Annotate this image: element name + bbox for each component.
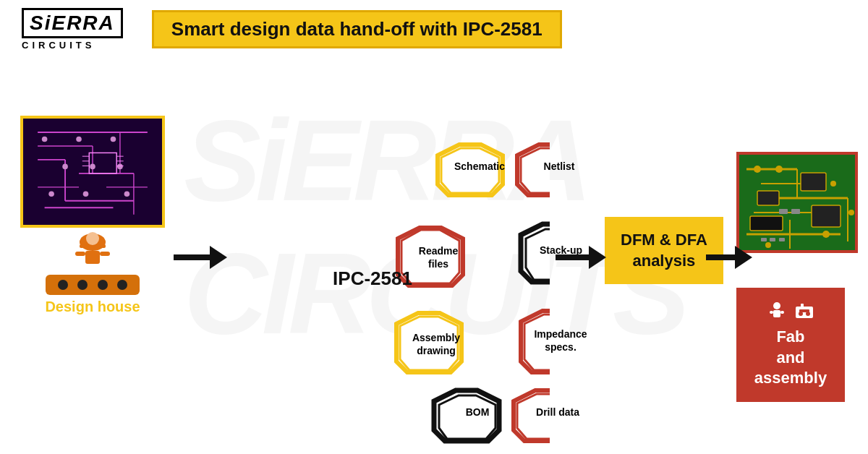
svg-point-21	[124, 192, 130, 197]
logo-sierra: SiERRA	[22, 8, 123, 38]
ipc-label: IPC-2581	[333, 267, 412, 290]
svg-rect-33	[75, 252, 85, 256]
design-house-bottom: Design house	[45, 231, 140, 315]
fab-assembly-box: Fabandassembly	[736, 288, 845, 402]
svg-point-15	[111, 137, 116, 142]
drill-label: Drill data	[525, 406, 590, 418]
schematic-label: Schematic	[447, 160, 512, 172]
svg-point-13	[42, 137, 48, 142]
pcb-photo	[736, 152, 858, 253]
netlist-label: Netlist	[527, 160, 592, 172]
fab-worker-icon	[766, 301, 788, 322]
svg-point-14	[76, 137, 82, 142]
assembly-label: Assemblydrawing	[404, 331, 469, 357]
design-house-section: Design house	[13, 116, 172, 315]
page-title: Smart design data hand-off with IPC-2581	[152, 10, 562, 48]
conveyor-dot	[117, 280, 127, 290]
svg-point-20	[83, 192, 89, 197]
svg-rect-69	[801, 173, 826, 191]
worker-icon	[64, 231, 122, 275]
svg-point-51	[773, 302, 780, 309]
header: SiERRA CIRCUITS Smart design data hand-o…	[0, 0, 868, 58]
svg-point-31	[86, 232, 99, 245]
svg-rect-59	[799, 309, 809, 312]
fab-machine-icon	[793, 301, 815, 322]
pcb-image	[20, 116, 165, 228]
readme-label: Readmefiles	[406, 244, 471, 270]
fab-label: Fabandassembly	[754, 327, 827, 389]
svg-point-76	[848, 210, 854, 215]
svg-rect-80	[791, 209, 800, 214]
svg-point-75	[830, 181, 836, 187]
conveyor-dot	[77, 280, 88, 290]
conveyor-dot	[58, 280, 68, 290]
fab-icons	[766, 301, 815, 322]
svg-point-16	[62, 164, 68, 170]
svg-rect-32	[85, 251, 100, 264]
svg-rect-56	[801, 304, 804, 308]
impedance-label: Impedancespecs.	[528, 327, 593, 354]
svg-point-78	[765, 242, 771, 248]
conveyor-dot	[98, 280, 108, 290]
design-house-label: Design house	[45, 299, 140, 315]
svg-rect-34	[100, 252, 110, 256]
svg-rect-79	[779, 209, 788, 214]
svg-point-77	[822, 231, 830, 238]
main-content: Design house IPC-2581	[0, 58, 868, 454]
svg-rect-53	[770, 311, 773, 314]
conveyor-belt	[46, 275, 140, 295]
svg-rect-70	[757, 191, 779, 205]
arrow-2	[556, 246, 606, 269]
svg-point-18	[117, 164, 123, 170]
svg-rect-72	[750, 216, 783, 231]
bom-label: BOM	[448, 406, 506, 418]
arrow-1	[174, 246, 227, 269]
pcb-photo-inner	[739, 155, 855, 250]
svg-point-17	[90, 164, 95, 170]
svg-point-73	[754, 166, 761, 173]
svg-rect-83	[779, 238, 785, 241]
svg-rect-52	[773, 310, 780, 317]
svg-rect-54	[780, 311, 784, 314]
svg-rect-81	[761, 238, 767, 241]
logo-circuits: CIRCUITS	[22, 40, 95, 51]
svg-rect-82	[770, 238, 775, 241]
dfm-label: DFM & DFAanalysis	[621, 231, 707, 270]
arrow-3	[706, 246, 752, 269]
svg-point-74	[775, 166, 783, 173]
logo: SiERRA CIRCUITS	[22, 8, 123, 51]
svg-rect-71	[812, 205, 841, 227]
svg-point-19	[48, 192, 54, 197]
ipc-section: IPC-2581	[195, 101, 550, 454]
